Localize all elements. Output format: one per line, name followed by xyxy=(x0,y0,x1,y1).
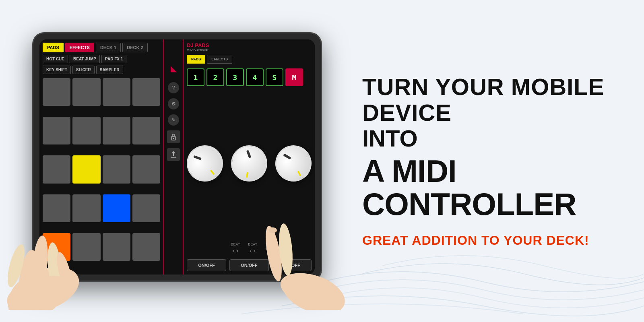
pad-6[interactable] xyxy=(72,117,100,144)
tablet-wrapper: PADS EFFECTS DECK 1 DECK 2 HOT CUE BEAT … xyxy=(8,20,338,302)
right-tab-pads[interactable]: PADS xyxy=(187,55,205,64)
pad-16[interactable] xyxy=(132,194,160,222)
app-title: DJ PADS xyxy=(187,43,312,48)
pad-1[interactable] xyxy=(43,78,70,106)
hand-left xyxy=(0,209,109,310)
record-indicator: ◣ xyxy=(171,64,177,73)
pad-10-yellow[interactable] xyxy=(72,155,100,183)
knob-3-indicator xyxy=(297,171,301,176)
lock-icon-btn[interactable] xyxy=(167,130,180,143)
gear-icon-btn[interactable]: ⚙ xyxy=(168,98,179,109)
top-tab-row: PADS EFFECTS DECK 1 DECK 2 xyxy=(43,43,160,52)
headline-line2: INTO xyxy=(362,126,418,151)
pad-7[interactable] xyxy=(103,117,130,144)
tab-deck2[interactable]: DECK 2 xyxy=(122,43,147,52)
question-icon-btn[interactable]: ? xyxy=(168,82,179,93)
pad-12[interactable] xyxy=(132,155,160,183)
num-btn-3[interactable]: 3 xyxy=(226,68,244,86)
num-btn-4[interactable]: 4 xyxy=(246,68,264,86)
pad-8[interactable] xyxy=(132,117,160,144)
pad-3[interactable] xyxy=(103,78,130,106)
headline-line3: A MIDI CONTROLLER xyxy=(362,155,620,221)
beat-group-1: BEAT ‹ › xyxy=(231,242,240,254)
knob-2[interactable] xyxy=(228,142,270,184)
mode-buttons-row1: HOT CUE BEAT JUMP PAD FX 1 xyxy=(43,55,160,63)
beat-label-1: BEAT xyxy=(231,242,240,246)
pad-5[interactable] xyxy=(43,117,70,144)
knob-1-container xyxy=(187,145,223,182)
upload-icon-btn[interactable] xyxy=(167,148,180,161)
onoff-btn-1[interactable]: ON/OFF xyxy=(187,259,226,271)
knob-2-indicator xyxy=(246,172,248,178)
mode-buttons-row2: KEY SHIFT SLICER SAMPLER xyxy=(43,66,160,74)
num-btn-1[interactable]: 1 xyxy=(187,68,204,86)
app-subtitle: MIDI Controller xyxy=(187,48,312,52)
pad-20[interactable] xyxy=(132,233,160,261)
beat-arrow-right-1[interactable]: › xyxy=(236,247,238,254)
btn-slicer[interactable]: SLICER xyxy=(72,66,95,74)
subheadline: GREAT ADDITION TO YOUR DECK! xyxy=(362,233,589,248)
pad-2[interactable] xyxy=(72,78,100,106)
svg-point-2 xyxy=(173,138,174,139)
headline-line1: TURN YOUR MOBILE DEVICE xyxy=(362,74,620,126)
btn-beat-jump[interactable]: BEAT JUMP xyxy=(70,55,100,63)
knob-2-container xyxy=(231,145,267,182)
num-btn-m[interactable]: M xyxy=(285,68,303,86)
num-btn-2[interactable]: 2 xyxy=(206,68,224,86)
right-tab-effects[interactable]: EFFECTS xyxy=(207,55,232,64)
btn-sampler[interactable]: SAMPLER xyxy=(96,66,123,74)
beat-arrow-left-1[interactable]: ‹ xyxy=(233,247,235,254)
pad-9[interactable] xyxy=(43,155,70,183)
svg-point-16 xyxy=(269,227,277,233)
tab-effects[interactable]: EFFECTS xyxy=(65,43,94,52)
knobs-row xyxy=(187,89,312,237)
knob-3-container xyxy=(275,145,312,182)
app-title-area: DJ PADS MIDI Controller xyxy=(187,43,312,52)
tab-pads[interactable]: PADS xyxy=(43,43,64,52)
pad-4[interactable] xyxy=(132,78,160,106)
pad-11[interactable] xyxy=(103,155,130,183)
num-buttons-row: 1 2 3 4 S M xyxy=(187,68,312,86)
btn-hot-cue[interactable]: HOT CUE xyxy=(43,55,68,63)
middle-strip: ◣ ? ⚙ ✎ xyxy=(164,39,184,275)
tablet-section: PADS EFFECTS DECK 1 DECK 2 HOT CUE BEAT … xyxy=(0,0,346,322)
num-btn-s[interactable]: S xyxy=(266,68,283,86)
btn-key-shift[interactable]: KEY SHIFT xyxy=(43,66,71,74)
knob-1[interactable] xyxy=(180,138,231,189)
right-text-section: TURN YOUR MOBILE DEVICE INTO A MIDI CONT… xyxy=(346,0,644,322)
tab-deck1[interactable]: DECK 1 xyxy=(96,43,121,52)
btn-pad-fx[interactable]: PAD FX 1 xyxy=(101,55,126,63)
right-top-tabs: PADS EFFECTS xyxy=(187,55,312,64)
beat-arrows-1: ‹ › xyxy=(233,247,239,254)
hand-right xyxy=(250,221,354,310)
knob-3[interactable] xyxy=(269,139,315,188)
pencil-icon-btn[interactable]: ✎ xyxy=(168,114,179,126)
knob-1-indicator xyxy=(210,170,215,175)
